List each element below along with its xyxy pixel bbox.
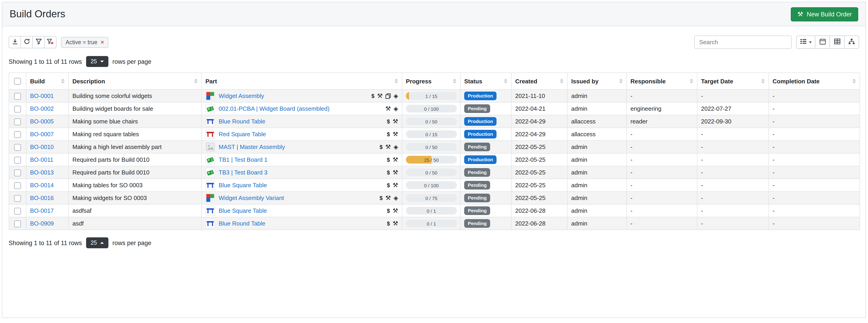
- row-select-cell: [9, 166, 26, 179]
- duplicate-icon: [385, 93, 391, 99]
- target-date-cell: -: [697, 90, 769, 102]
- page-size-dropdown[interactable]: 25: [86, 237, 108, 248]
- status-cell: Production: [460, 153, 511, 166]
- status-cell: Pending: [460, 217, 511, 230]
- build-cell: BO-0001: [26, 90, 68, 102]
- completion-date-cell: -: [769, 102, 860, 115]
- select-all-checkbox[interactable]: [14, 78, 21, 85]
- issued-by-cell: admin: [567, 192, 627, 204]
- progress-bar: 0 / 100: [406, 181, 457, 189]
- part-link[interactable]: 002.01-PCBA | Widget Board (assembled): [219, 105, 330, 112]
- table-view-button[interactable]: [830, 35, 844, 49]
- build-link[interactable]: BO-0011: [30, 156, 53, 163]
- build-link[interactable]: BO-0909: [30, 220, 54, 227]
- build-link[interactable]: BO-0017: [30, 207, 54, 214]
- column-header-progress[interactable]: Progress: [402, 73, 460, 90]
- part-link[interactable]: Blue Round Table: [219, 118, 265, 125]
- column-header-status[interactable]: Status: [460, 73, 511, 90]
- download-button[interactable]: [9, 36, 21, 48]
- row-checkbox[interactable]: [14, 131, 21, 138]
- issued-by-cell: admin: [567, 153, 627, 166]
- part-link[interactable]: Blue Round Table: [219, 220, 265, 227]
- search-input[interactable]: [694, 35, 792, 49]
- created-cell: 2022-05-25: [511, 166, 567, 179]
- column-header-responsible[interactable]: Responsible: [627, 73, 697, 90]
- filter-button[interactable]: [32, 36, 44, 48]
- build-link[interactable]: BO-0007: [30, 131, 54, 138]
- column-header-target-date[interactable]: Target Date: [697, 73, 769, 90]
- build-link[interactable]: BO-0010: [30, 144, 54, 150]
- table-toolbar: Active = true ×: [9, 35, 859, 49]
- description-cell: asdfsaf: [68, 204, 202, 217]
- row-select-cell: [9, 192, 26, 204]
- part-cell: Blue Square Table$⚒: [202, 204, 402, 217]
- remove-filter-icon[interactable]: ×: [101, 39, 104, 45]
- part-link[interactable]: MAST | Master Assembly: [219, 144, 285, 150]
- remove-filters-button[interactable]: [44, 36, 57, 48]
- column-header-description[interactable]: Description: [68, 73, 202, 90]
- part-link[interactable]: Widget Assembly Variant: [219, 195, 284, 201]
- active-filter-chip[interactable]: Active = true ×: [61, 37, 108, 48]
- row-checkbox[interactable]: [14, 144, 21, 151]
- part-thumbnail: [206, 117, 215, 126]
- completion-date-cell: -: [769, 115, 860, 128]
- part-link[interactable]: Widget Assembly: [219, 92, 264, 99]
- chevron-down-icon: [809, 41, 812, 43]
- part-flags: $⚒: [387, 221, 398, 227]
- completion-date-cell: -: [769, 192, 860, 204]
- column-header-part[interactable]: Part: [202, 73, 402, 90]
- table-row: BO-0014Making tables for SO 0003Blue Squ…: [9, 179, 860, 192]
- progress-label: 0 / 50: [406, 143, 457, 151]
- new-build-order-button[interactable]: ⚒ New Build Order: [791, 7, 858, 21]
- column-header-completion-date[interactable]: Completion Date: [769, 73, 860, 90]
- row-select-cell: [9, 90, 26, 102]
- part-thumbnail: [206, 193, 215, 203]
- created-cell: 2022-04-21: [511, 102, 567, 115]
- calendar-view-button[interactable]: [815, 35, 830, 49]
- filter-remove-icon: [47, 38, 54, 46]
- row-checkbox[interactable]: [14, 93, 21, 99]
- part-link[interactable]: Blue Square Table: [219, 207, 267, 214]
- column-header-created[interactable]: Created: [511, 73, 567, 90]
- trackable-icon: ◈: [394, 93, 398, 99]
- row-checkbox[interactable]: [14, 207, 21, 214]
- row-checkbox[interactable]: [14, 220, 21, 227]
- progress-bar: 0 / 75: [406, 194, 457, 202]
- completion-date-cell: -: [769, 90, 860, 102]
- row-checkbox[interactable]: [14, 182, 21, 189]
- row-checkbox[interactable]: [14, 195, 21, 202]
- part-thumbnail: [206, 104, 215, 113]
- progress-cell: 1 / 15: [402, 90, 460, 102]
- part-flags: ⚒◈: [385, 106, 398, 112]
- page-size-dropdown[interactable]: 25: [86, 56, 108, 67]
- build-tools-icon: ⚒: [393, 170, 398, 176]
- part-cell: Blue Square Table$⚒: [202, 179, 402, 192]
- part-link[interactable]: TB3 | Test Board 3: [219, 169, 268, 176]
- column-select-button[interactable]: [796, 35, 815, 49]
- column-header-issued-by[interactable]: Issued by: [567, 73, 627, 90]
- build-link[interactable]: BO-0014: [30, 182, 54, 188]
- part-cell: Red Square Table$⚒: [202, 128, 402, 141]
- build-link[interactable]: BO-0005: [30, 118, 54, 125]
- tree-view-button[interactable]: [844, 35, 859, 49]
- part-thumbnail: [206, 129, 215, 139]
- row-checkbox[interactable]: [14, 106, 21, 112]
- build-cell: BO-0011: [26, 153, 68, 166]
- row-checkbox[interactable]: [14, 118, 21, 125]
- part-link[interactable]: TB1 | Test Board 1: [219, 156, 268, 163]
- part-link[interactable]: Blue Square Table: [219, 182, 267, 188]
- row-checkbox[interactable]: [14, 169, 21, 176]
- build-cell: BO-0010: [26, 141, 68, 153]
- refresh-button[interactable]: [21, 36, 33, 48]
- issued-by-cell: admin: [567, 90, 627, 102]
- view-button-group: [796, 35, 859, 49]
- column-header-build[interactable]: Build: [26, 73, 68, 90]
- build-link[interactable]: BO-0013: [30, 169, 54, 176]
- build-link[interactable]: BO-0002: [30, 105, 54, 112]
- build-link[interactable]: BO-0001: [30, 92, 54, 99]
- part-link[interactable]: Red Square Table: [219, 131, 266, 138]
- row-checkbox[interactable]: [14, 156, 21, 163]
- sort-icon: [194, 79, 198, 83]
- build-link[interactable]: BO-0016: [30, 195, 54, 201]
- part-cell: Blue Round Table$⚒: [202, 217, 402, 230]
